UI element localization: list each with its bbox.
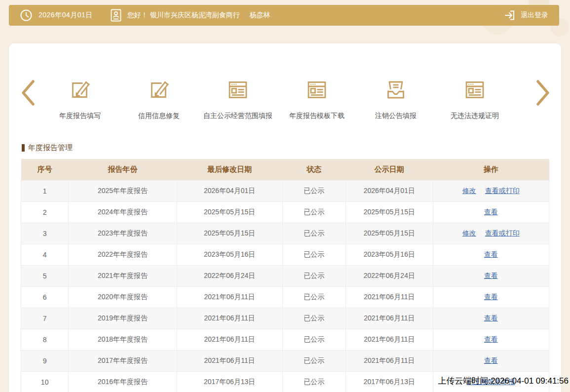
logout-label: 退出登录 [521, 11, 548, 20]
cell-actions: 查看 [433, 286, 549, 308]
cell-last-modified: 2022年06月24日 [177, 265, 282, 286]
company-name: 银川市兴庆区杨泥湾副食商行 [150, 11, 240, 20]
cell-index: 7 [21, 308, 69, 329]
cell-actions: 查看 [433, 308, 549, 329]
cell-index: 5 [21, 265, 69, 286]
nav-item-label: 自主公示经营范围填报 [203, 112, 272, 120]
col-header-last-modified: 最后修改日期 [177, 159, 282, 180]
nav-item-1[interactable]: 年度报告填写 [40, 78, 119, 120]
section-title: 年度报告管理 [28, 143, 73, 153]
cell-status: 已公示 [282, 286, 345, 308]
user-name: 杨彦林 [250, 11, 270, 20]
cell-publicity-date: 2023年05月16日 [346, 244, 433, 265]
cell-actions: 查看 [433, 350, 549, 371]
cell-index: 8 [21, 329, 69, 350]
nav-item-5[interactable]: 注销公告填报 [356, 78, 435, 120]
no-violation-certificate-icon [463, 78, 487, 102]
col-header-status: 状态 [282, 159, 345, 180]
nav-item-2[interactable]: 信用信息修复 [119, 78, 198, 120]
cell-report-year: 2017年年度报告 [69, 350, 177, 371]
icon-nav-items: 年度报告填写 信用信息修复 自主公示经营范围填报 [40, 78, 514, 120]
cell-report-year: 2022年年度报告 [69, 244, 177, 265]
cell-actions: 修改查看或打印 [433, 180, 549, 201]
action-link[interactable]: 查看 [484, 208, 498, 216]
cell-status: 已公示 [282, 265, 345, 286]
action-link[interactable]: 修改 [462, 187, 476, 195]
cell-last-modified: 2021年06月11日 [177, 350, 282, 371]
nav-item-label: 年度报告模板下载 [289, 112, 344, 120]
cell-report-year: 2016年年度报告 [69, 371, 177, 392]
cell-index: 9 [21, 350, 69, 371]
table-row: 3 2023年年度报告 2025年05月15日 已公示 2025年05月15日 … [21, 223, 549, 244]
cell-publicity-date: 2025年05月15日 [346, 201, 433, 223]
col-header-actions: 操作 [433, 159, 549, 180]
table-row: 4 2022年年度报告 2023年05月16日 已公示 2023年05月16日 … [21, 244, 549, 265]
annual-report-edit-icon [68, 78, 92, 102]
upload-time-text: 上传云端时间:2026-04-01 09:41:56 [438, 375, 569, 387]
logout-button[interactable]: 退出登录 [504, 9, 548, 21]
action-link[interactable]: 查看 [484, 293, 498, 301]
nav-item-6[interactable]: 无违法违规证明 [435, 78, 514, 120]
cell-publicity-date: 2021年06月11日 [346, 286, 433, 308]
carousel-prev-button[interactable] [20, 79, 37, 107]
action-link[interactable]: 查看 [484, 335, 498, 343]
section-title-row: 年度报告管理 [22, 143, 561, 153]
cell-actions: 修改查看或打印 [433, 223, 549, 244]
icon-carousel: 年度报告填写 信用信息修复 自主公示经营范围填报 [9, 43, 561, 123]
report-template-download-icon [305, 78, 329, 102]
action-link[interactable]: 查看或打印 [485, 229, 520, 237]
cell-publicity-date: 2021年06月11日 [346, 329, 433, 350]
cell-publicity-date: 2026年04月01日 [346, 180, 433, 201]
cell-report-year: 2021年年度报告 [69, 265, 177, 286]
cell-actions: 查看 [433, 244, 549, 265]
col-header-publicity-date: 公示日期 [346, 159, 433, 180]
cell-report-year: 2019年年度报告 [69, 308, 177, 329]
cell-index: 3 [21, 223, 69, 244]
cell-publicity-date: 2022年06月24日 [346, 265, 433, 286]
logout-icon [504, 9, 516, 21]
cell-report-year: 2020年年度报告 [69, 286, 177, 308]
cell-status: 已公示 [282, 308, 345, 329]
cell-last-modified: 2025年05月15日 [177, 201, 282, 223]
cell-report-year: 2018年年度报告 [69, 329, 177, 350]
table-row: 9 2017年年度报告 2021年06月11日 已公示 2021年06月11日 … [21, 350, 549, 371]
cell-status: 已公示 [282, 371, 345, 392]
main-card: 年度报告填写 信用信息修复 自主公示经营范围填报 [9, 43, 561, 392]
action-link[interactable]: 查看或打印 [485, 187, 520, 195]
table-row: 8 2018年年度报告 2021年06月11日 已公示 2021年06月11日 … [21, 329, 549, 350]
cell-last-modified: 2021年06月11日 [177, 329, 282, 350]
cell-publicity-date: 2021年06月11日 [346, 308, 433, 329]
business-scope-publicity-icon [226, 78, 250, 102]
table-row: 2 2024年年度报告 2025年05月15日 已公示 2025年05月15日 … [21, 201, 549, 223]
col-header-report-year: 报告年份 [69, 159, 177, 180]
cell-status: 已公示 [282, 201, 345, 223]
cell-last-modified: 2021年06月11日 [177, 308, 282, 329]
carousel-next-button[interactable] [534, 79, 551, 107]
nav-item-3[interactable]: 自主公示经营范围填报 [198, 78, 277, 120]
action-link[interactable]: 修改 [462, 229, 476, 237]
cell-index: 6 [21, 286, 69, 308]
action-link[interactable]: 查看 [484, 314, 498, 322]
cell-status: 已公示 [282, 223, 345, 244]
table-header-row: 序号 报告年份 最后修改日期 状态 公示日期 操作 [21, 159, 549, 180]
cell-report-year: 2025年年度报告 [69, 180, 177, 201]
action-link[interactable]: 查看 [484, 356, 498, 364]
section-title-marker [22, 144, 25, 152]
cell-report-year: 2024年年度报告 [69, 201, 177, 223]
cell-last-modified: 2017年06月13日 [177, 371, 282, 392]
action-link[interactable]: 查看 [484, 250, 498, 258]
cancellation-notice-icon [384, 78, 408, 102]
topbar-left: 2026年04月01日 您好！ 银川市兴庆区杨泥湾副食商行 杨彦林 [20, 9, 270, 22]
chevron-right-icon [534, 101, 551, 108]
cell-index: 1 [21, 180, 69, 201]
nav-item-4[interactable]: 年度报告模板下载 [277, 78, 356, 120]
cell-last-modified: 2023年05月16日 [177, 244, 282, 265]
cell-publicity-date: 2017年06月13日 [346, 371, 433, 392]
report-table-body: 1 2025年年度报告 2026年04月01日 已公示 2026年04月01日 … [21, 180, 549, 392]
cell-actions: 查看 [433, 265, 549, 286]
cell-last-modified: 2026年04月01日 [177, 180, 282, 201]
cell-actions: 查看 [433, 329, 549, 350]
greeting-text: 您好！ [127, 11, 148, 20]
clock-icon [20, 9, 33, 22]
action-link[interactable]: 查看 [484, 272, 498, 279]
